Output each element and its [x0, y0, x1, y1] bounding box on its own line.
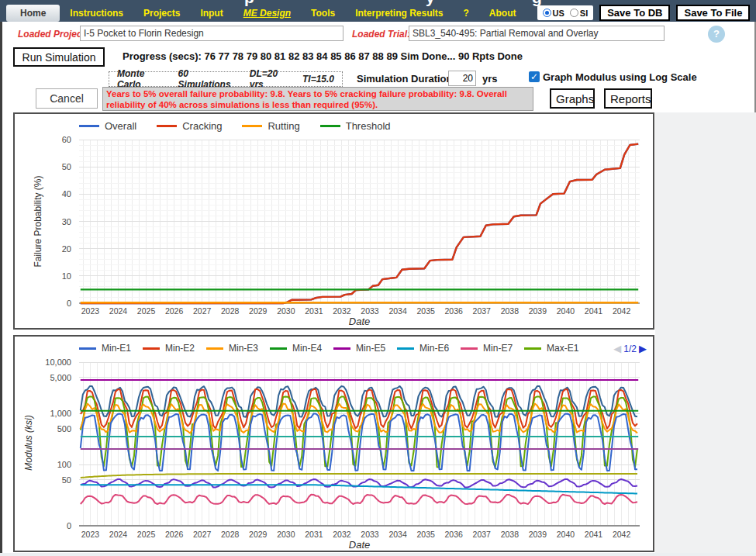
svg-text:2024: 2024 — [109, 306, 128, 316]
svg-text:2031: 2031 — [305, 306, 323, 316]
svg-text:2027: 2027 — [193, 530, 212, 539]
legend-prev-icon[interactable]: ◀ — [613, 343, 621, 354]
legend-label: Rutting — [268, 120, 299, 132]
legend-item-min-e2: Min-E2 — [143, 343, 195, 354]
svg-text:2023: 2023 — [81, 530, 100, 539]
failure-probability-chart-panel: OverallCrackingRuttingThreshold 01020304… — [13, 112, 654, 330]
svg-text:2038: 2038 — [501, 530, 520, 539]
svg-text:2038: 2038 — [501, 306, 520, 316]
svg-text:1,000: 1,000 — [50, 409, 71, 418]
legend-item-min-e3: Min-E3 — [206, 343, 258, 354]
legend-page-indicator: 1/2 — [623, 344, 637, 354]
legend-swatch — [143, 347, 160, 350]
legend-item-min-e1: Min-E1 — [79, 343, 131, 354]
svg-text:5,000: 5,000 — [50, 373, 71, 382]
save-to-file-button[interactable]: Save To File — [676, 5, 750, 21]
failure-probability-chart: 0102030405060202320242025202620272028202… — [15, 114, 653, 328]
units-radio-us[interactable]: US — [543, 9, 564, 18]
nav-tab--[interactable]: ? — [454, 5, 479, 22]
legend-swatch — [79, 125, 99, 127]
cancel-button[interactable]: Cancel — [36, 88, 98, 109]
legend-item-min-e7: Min-E7 — [461, 343, 513, 354]
svg-text:2032: 2032 — [333, 530, 351, 539]
loaded-trial-input[interactable] — [409, 26, 665, 41]
svg-text:2035: 2035 — [416, 306, 435, 316]
svg-text:2039: 2039 — [529, 306, 547, 316]
svg-text:2032: 2032 — [333, 306, 351, 316]
monte-carlo-ti: TI=15.0 — [302, 74, 334, 85]
save-to-db-button[interactable]: Save To DB — [599, 5, 670, 21]
nav-tab-home[interactable]: Home — [6, 5, 60, 22]
legend-next-icon[interactable]: ▶ — [639, 343, 647, 354]
svg-text:2030: 2030 — [277, 306, 295, 316]
radio-label: US — [553, 9, 564, 18]
svg-text:2033: 2033 — [361, 530, 379, 539]
simulation-duration-input[interactable] — [448, 71, 476, 86]
svg-text:2029: 2029 — [249, 530, 268, 539]
loaded-project-input[interactable] — [80, 26, 343, 41]
svg-text:Date: Date — [349, 539, 370, 551]
units-radio-si[interactable]: SI — [570, 9, 588, 18]
legend-swatch — [320, 125, 340, 127]
svg-text:2025: 2025 — [137, 306, 156, 316]
loaded-trial-label: Loaded Trial: — [352, 29, 410, 40]
radio-icon — [570, 9, 578, 17]
svg-text:0: 0 — [67, 521, 71, 530]
svg-text:2036: 2036 — [445, 306, 464, 316]
svg-text:2031: 2031 — [305, 530, 323, 539]
svg-text:2028: 2028 — [221, 530, 240, 539]
legend-swatch — [157, 125, 177, 127]
svg-text:2027: 2027 — [193, 306, 212, 316]
svg-text:2042: 2042 — [613, 306, 631, 316]
nav-tab-tools[interactable]: Tools — [301, 5, 345, 22]
legend-label: Max-E1 — [547, 343, 578, 354]
run-simulation-button[interactable]: Run Simulation — [13, 47, 105, 67]
bottom-strip — [0, 553, 756, 556]
svg-text:Failure Probability (%): Failure Probability (%) — [33, 175, 43, 267]
svg-text:60: 60 — [62, 135, 71, 144]
svg-text:2042: 2042 — [613, 530, 631, 539]
svg-text:50: 50 — [62, 162, 71, 171]
svg-text:2025: 2025 — [137, 530, 156, 539]
log-scale-checkbox[interactable]: ✓ — [529, 71, 540, 82]
legend-swatch — [79, 347, 96, 350]
svg-text:2026: 2026 — [165, 530, 184, 539]
legend-label: Overall — [105, 120, 136, 132]
svg-text:2034: 2034 — [388, 306, 407, 316]
nav-tab-input[interactable]: Input — [190, 5, 233, 22]
failure-chart-legend: OverallCrackingRuttingThreshold — [79, 120, 411, 132]
top-navbar: p y g HomeInstructionsProjectsInputME De… — [0, 0, 756, 22]
svg-text:10,000: 10,000 — [45, 357, 71, 367]
svg-text:2035: 2035 — [416, 530, 435, 539]
svg-text:2041: 2041 — [585, 530, 603, 539]
legend-swatch — [206, 347, 223, 350]
svg-text:50: 50 — [62, 475, 71, 485]
svg-text:2039: 2039 — [529, 530, 547, 539]
legend-item-cracking: Cracking — [157, 120, 222, 132]
svg-text:100: 100 — [57, 460, 71, 469]
svg-text:2033: 2033 — [361, 306, 379, 316]
legend-label: Min-E2 — [165, 343, 195, 354]
legend-item-min-e5: Min-E5 — [333, 343, 385, 354]
legend-item-max-e1: Max-E1 — [524, 343, 578, 354]
nav-tab-instructions[interactable]: Instructions — [60, 5, 133, 22]
help-icon[interactable]: ? — [708, 26, 725, 43]
graphs-button[interactable]: Graphs — [550, 88, 595, 109]
svg-text:0: 0 — [67, 299, 71, 308]
nav-tab-me-design[interactable]: ME Design — [233, 5, 301, 22]
legend-item-min-e6: Min-E6 — [397, 343, 449, 354]
svg-text:2023: 2023 — [81, 306, 100, 316]
legend-swatch — [242, 125, 262, 127]
legend-item-rutting: Rutting — [242, 120, 299, 132]
chart-margin-background — [655, 112, 756, 553]
svg-text:2040: 2040 — [557, 530, 575, 539]
legend-swatch — [461, 347, 478, 350]
nav-tab-about[interactable]: About — [479, 5, 526, 22]
nav-tab-interpreting-results[interactable]: Interpreting Results — [345, 5, 453, 22]
legend-swatch — [524, 347, 541, 350]
reports-button[interactable]: Reports — [604, 88, 652, 109]
legend-label: Min-E7 — [483, 343, 513, 354]
svg-text:20: 20 — [62, 244, 71, 254]
nav-tab-projects[interactable]: Projects — [133, 5, 190, 22]
svg-text:2037: 2037 — [473, 306, 492, 316]
